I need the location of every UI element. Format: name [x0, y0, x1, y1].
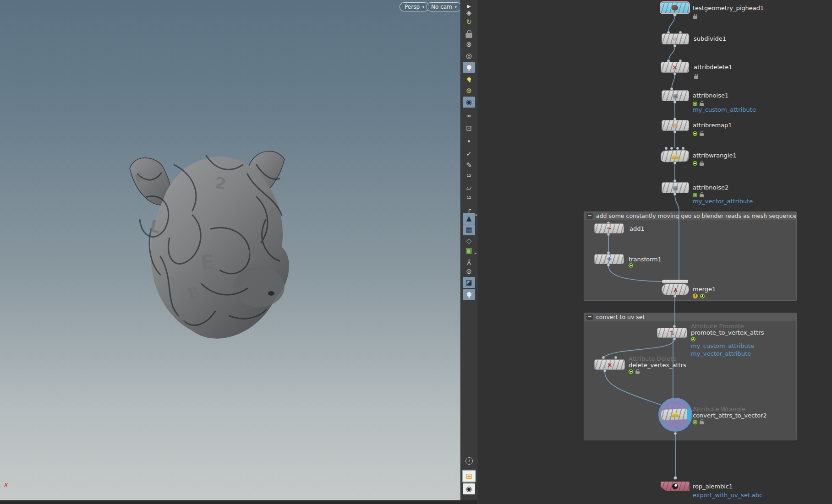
node-label: transform1: [629, 256, 662, 263]
node-transform1[interactable]: ✚: [594, 254, 624, 264]
node-badges: [691, 337, 695, 341]
display-flag-bar[interactable]: [687, 409, 690, 420]
node-testgeometry-pighead1[interactable]: [661, 2, 689, 13]
lock-badge-icon: [693, 16, 697, 19]
node-label: subdivide1: [694, 35, 726, 42]
info-icon[interactable]: i: [463, 455, 475, 466]
point-trails-icon[interactable]: ✎: [463, 160, 475, 171]
merge-icon: Y: [673, 287, 678, 293]
node-label: testgeometry_pighead1: [693, 5, 764, 11]
pighead-icon: [672, 5, 678, 11]
pin-glyph: [467, 292, 471, 297]
persp-view-label: Persp: [405, 4, 420, 10]
bulb-glyph: [467, 65, 471, 70]
node-subdivide1[interactable]: ⊛: [662, 33, 689, 44]
prim-hulls-icon[interactable]: ▱: [463, 182, 475, 193]
normal-lighting-icon[interactable]: [463, 62, 475, 73]
dome-light-icon[interactable]: ◎: [463, 50, 475, 61]
point-normals-icon[interactable]: ✓: [463, 148, 475, 159]
node-label: add1: [629, 225, 645, 232]
stereo-glasses-icon[interactable]: ∞: [463, 110, 475, 121]
headlight-only-icon[interactable]: ⊗: [463, 39, 475, 50]
attrib-delete-icon: ×: [672, 64, 678, 70]
layout-grid-icon[interactable]: ⊞: [463, 471, 475, 482]
node-attribwrangle1[interactable]: [661, 150, 690, 163]
pin-flag-icon: [693, 131, 697, 136]
node-delete-vertex-attrs[interactable]: ×: [594, 359, 625, 370]
chevron-down-icon: ▾: [455, 5, 457, 9]
node-comment: export_with_uv_set.abc: [693, 492, 763, 499]
node-merge1[interactable]: Y: [662, 284, 689, 295]
textured-shaded-icon[interactable]: ▦: [463, 224, 475, 235]
lock-badge-icon: [700, 421, 704, 424]
node-attribremap1[interactable]: ▨: [662, 120, 689, 131]
node-rop-alembic1[interactable]: [661, 482, 690, 491]
node-label: merge1: [693, 286, 716, 293]
node-label: attribnoise1: [693, 92, 728, 99]
node-promote-to-vertex-attrs[interactable]: ⇅: [657, 328, 687, 338]
node-badges: [693, 161, 704, 166]
node-label: rop_alembic1: [693, 483, 733, 490]
node-attribnoise2[interactable]: ▦: [662, 182, 689, 193]
lock-badge-icon: [635, 371, 640, 374]
pin-flag-icon: [691, 337, 695, 341]
smooth-shaded-icon[interactable]: ▲: [463, 213, 475, 224]
alembic-icon: [672, 483, 678, 489]
per-light-icon[interactable]: [463, 74, 475, 85]
points-display-icon[interactable]: •: [463, 136, 475, 147]
point-numbers-icon[interactable]: ¹²: [463, 171, 475, 182]
no-cam-button[interactable]: No cam ▾: [426, 2, 462, 11]
null-marker-icon[interactable]: ⊜: [463, 266, 475, 277]
persp-view-button[interactable]: Persp ▾: [400, 2, 429, 11]
node-type-label: Attribute Promote: [691, 323, 744, 330]
subdivide-icon: ⊛: [673, 36, 678, 42]
transform-axes-icon: ✚: [607, 256, 611, 262]
origin-gnomon-icon[interactable]: Y: [463, 255, 475, 266]
ghost-geometry-icon[interactable]: ▣: [463, 245, 475, 256]
lock-icon[interactable]: [463, 29, 475, 40]
node-comment: my_custom_attribute: [691, 342, 754, 349]
auto-refresh-icon[interactable]: ↻: [463, 16, 475, 27]
node-badges: [629, 369, 640, 374]
node-badges: [694, 74, 698, 79]
node-label: attribwrangle1: [693, 152, 737, 159]
node-attribnoise1[interactable]: ▦: [662, 90, 689, 101]
node-comment: my_vector_attribute: [693, 198, 753, 205]
node-add1[interactable]: ~: [594, 223, 624, 233]
node-convert-attrs-to-vector2[interactable]: [661, 408, 690, 421]
node-label: promote_to_vertex_attrs: [691, 329, 764, 336]
node-attribdelete1[interactable]: ×: [661, 62, 689, 73]
add-curve-icon: ~: [606, 225, 612, 232]
pin-flag-icon: [629, 369, 633, 374]
pighead-model: E L B 2 E 4 6 K: [0, 0, 460, 504]
background-image-icon[interactable]: ◪: [463, 277, 475, 288]
node-label: delete_vertex_attrs: [629, 362, 686, 369]
pane-resize-right-icon[interactable]: ▸: [475, 251, 477, 255]
attrib-noise-icon: ▦: [673, 185, 678, 190]
pin-flag-icon: [693, 102, 697, 106]
pane-resize-left-icon[interactable]: ◂: [475, 212, 477, 217]
lock-badge-icon: [700, 103, 704, 106]
lock-badge-icon: [700, 163, 704, 166]
pin-flag-icon: [693, 420, 697, 424]
node-badges: [693, 293, 705, 298]
pin-flag-icon: [693, 193, 697, 197]
viewport-bottom-bar: [0, 500, 477, 504]
no-cam-label: No cam: [431, 4, 452, 10]
prim-numbers-icon[interactable]: ¹²: [463, 193, 475, 204]
node-wires: [477, 0, 832, 504]
info-glyph: i: [465, 457, 473, 465]
merge-input-bar[interactable]: [662, 280, 688, 283]
snapshot-icon[interactable]: ⊡: [463, 123, 475, 134]
bulb-small-glyph: [467, 77, 471, 81]
view-pivot-icon[interactable]: [463, 289, 475, 300]
wrangle-hat-icon: [672, 154, 678, 157]
node-label: convert_attrs_to_vector2: [693, 412, 767, 419]
node-comment: my_custom_attribute: [693, 106, 756, 113]
network-editor[interactable]: add some constantly moving geo so blende…: [477, 0, 832, 504]
material-shading-icon[interactable]: ◉: [463, 97, 475, 108]
scene-viewport[interactable]: E L B 2 E 4 6 K Persp ▾ No cam ▾ x: [0, 0, 460, 504]
attrib-noise-icon: ▦: [673, 93, 678, 98]
add-light-icon[interactable]: ⊕: [463, 85, 475, 96]
viewport-eye-icon[interactable]: ◉: [463, 483, 475, 494]
